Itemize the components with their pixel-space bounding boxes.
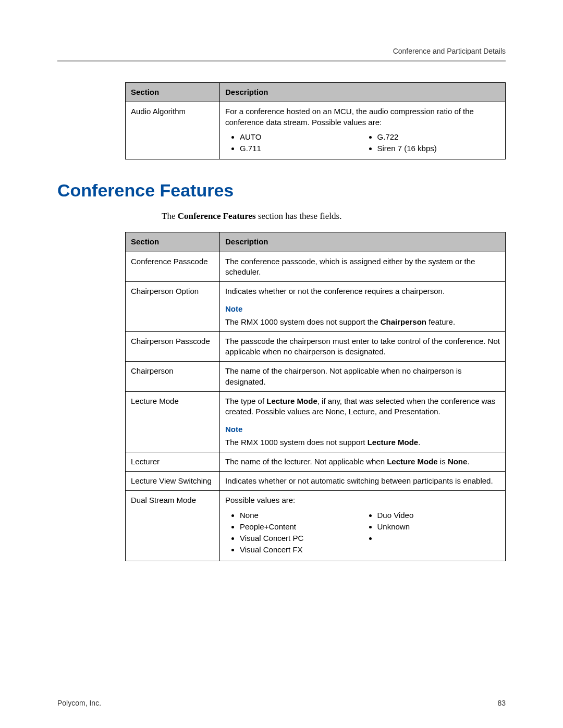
table-row: Lecture View Switching Indicates whether… [126,472,506,491]
note-pre: The RMX 1000 system does not support the [225,317,381,326]
note-bold: Chairperson [381,317,426,326]
list-item: People+Content [240,522,358,532]
section-heading: Conference Features [57,180,506,201]
list-item: G.722 [377,132,495,142]
cell-section: Lecture View Switching [126,472,220,491]
desc-text: The type of Lecture Mode, if any, that w… [225,396,500,417]
cell-section: Conference Passcode [126,252,220,282]
th-section: Section [126,232,220,252]
cell-description: The type of Lecture Mode, if any, that w… [220,391,506,452]
cell-description: The conference passcode, which is assign… [220,252,506,282]
intro-bold: Conference Features [178,211,256,221]
cell-description: The name of the lecturer. Not applicable… [220,452,506,471]
cell-description: The name of the chairperson. Not applica… [220,362,506,392]
th-section: Section [126,83,220,102]
note-pre: The RMX 1000 system does not support [225,438,368,447]
table-row: Chairperson Passcode The passcode the ch… [126,331,506,362]
cell-section: Chairperson Passcode [126,331,220,362]
footer-company: Polycom, Inc. [57,699,101,707]
cell-description: Indicates whether or not automatic switc… [220,472,506,491]
bullet-columns: None People+Content Visual Concert PC Vi… [225,509,500,557]
bullet-columns: AUTO G.711 G.722 Siren 7 (16 kbps) [225,131,500,155]
cell-section: Chairperson Option [126,282,220,332]
list-item: Siren 7 (16 kbps) [377,143,495,154]
cell-section: Chairperson [126,362,220,392]
list-item: Duo Video [377,510,495,521]
cell-description: The passcode the chairperson must enter … [220,331,506,362]
table-row: Conference Passcode The conference passc… [126,252,506,282]
header-rule [57,60,506,61]
desc-pre: The name of the lecturer. Not applicable… [225,457,387,466]
conference-features-table: Section Description Conference Passcode … [125,232,506,561]
desc-text: Indicates whether or not the conference … [225,286,500,297]
desc-text: Possible values are: [225,495,500,505]
table-row: Dual Stream Mode Possible values are: No… [126,491,506,561]
cell-section: Lecture Mode [126,391,220,452]
document-page: Conference and Participant Details Secti… [0,0,563,728]
list-item: Unknown [377,522,495,532]
desc-bold: Lecture Mode [266,397,317,405]
list-item: None [240,510,358,521]
note-post: feature. [426,317,455,326]
table-row: Chairperson The name of the chairperson.… [126,362,506,392]
running-head: Conference and Participant Details [57,47,506,55]
desc-bold: Lecture Mode [387,457,438,466]
cell-section: Dual Stream Mode [126,491,220,561]
list-item: G.711 [240,143,358,154]
desc-pre: The type of [225,397,266,405]
intro-pre: The [162,211,178,221]
note-label: Note [225,424,500,435]
note-bold: Lecture Mode [368,438,419,447]
cell-section: Lecturer [126,452,220,471]
note-post: . [418,438,420,447]
table-row: Audio Algorithm For a conference hosted … [126,102,506,159]
list-item [377,533,495,544]
audio-algorithm-table: Section Description Audio Algorithm For … [125,82,506,159]
table-row: Lecturer The name of the lecturer. Not a… [126,452,506,471]
footer-page-number: 83 [497,699,506,707]
cell-description: Indicates whether or not the conference … [220,282,506,332]
note-text: The RMX 1000 system does not support the… [225,317,455,326]
th-description: Description [220,83,506,102]
list-item: Visual Concert FX [240,545,358,555]
note-text: The RMX 1000 system does not support Lec… [225,438,420,447]
table-row: Chairperson Option Indicates whether or … [126,282,506,332]
list-item: AUTO [240,132,358,142]
desc-text: For a conference hosted on an MCU, the a… [225,106,500,128]
intro-post: section has these fields. [256,211,342,221]
desc-bold: None [448,457,468,466]
cell-description: Possible values are: None People+Content… [220,491,506,561]
th-description: Description [220,232,506,252]
desc-mid: is [438,457,448,466]
intro-paragraph: The Conference Features section has thes… [162,211,506,221]
note-label: Note [225,304,500,314]
page-footer: Polycom, Inc. 83 [57,699,506,707]
cell-description: For a conference hosted on an MCU, the a… [220,102,506,159]
desc-post: . [467,457,469,466]
list-item: Visual Concert PC [240,533,358,544]
table-row: Lecture Mode The type of Lecture Mode, i… [126,391,506,452]
cell-section: Audio Algorithm [126,102,220,159]
